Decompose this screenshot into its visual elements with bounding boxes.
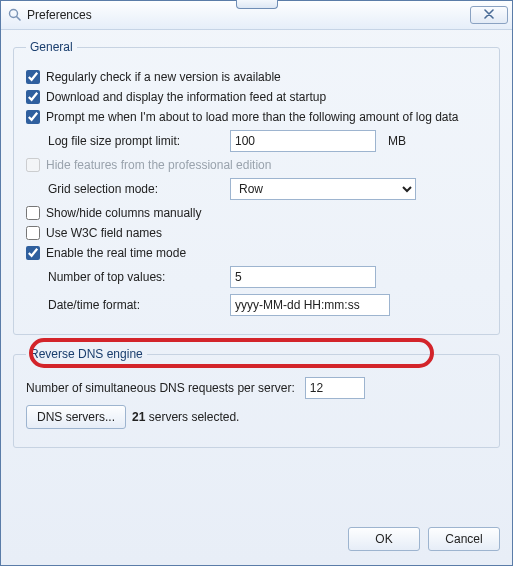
dns-servers-suffix: servers selected. bbox=[145, 410, 239, 424]
use-w3c-text: Use W3C field names bbox=[46, 226, 162, 240]
hide-pro-text: Hide features from the professional edit… bbox=[46, 158, 271, 172]
show-hide-cols-label[interactable]: Show/hide columns manually bbox=[26, 206, 201, 220]
top-values-input[interactable] bbox=[230, 266, 376, 288]
group-dns-legend: Reverse DNS engine bbox=[26, 347, 147, 361]
prompt-load-text: Prompt me when I'm about to load more th… bbox=[46, 110, 459, 124]
grid-mode-label: Grid selection mode: bbox=[48, 182, 224, 196]
svg-line-1 bbox=[17, 17, 21, 21]
close-button[interactable] bbox=[470, 6, 508, 24]
download-feed-text: Download and display the information fee… bbox=[46, 90, 326, 104]
grid-mode-select[interactable]: Row bbox=[230, 178, 416, 200]
download-feed-label[interactable]: Download and display the information fee… bbox=[26, 90, 326, 104]
window-title: Preferences bbox=[27, 8, 92, 22]
datetime-format-input[interactable] bbox=[230, 294, 390, 316]
preferences-window: Preferences General Regularly check if a… bbox=[0, 0, 513, 566]
enable-realtime-text: Enable the real time mode bbox=[46, 246, 186, 260]
datetime-format-label: Date/time format: bbox=[48, 298, 224, 312]
titlebar-grip bbox=[236, 0, 278, 9]
dns-servers-button[interactable]: DNS servers... bbox=[26, 405, 126, 429]
cancel-button[interactable]: Cancel bbox=[428, 527, 500, 551]
dialog-footer: OK Cancel bbox=[1, 523, 512, 565]
log-limit-label: Log file size prompt limit: bbox=[48, 134, 224, 148]
log-limit-input[interactable] bbox=[230, 130, 376, 152]
hide-pro-label: Hide features from the professional edit… bbox=[26, 158, 271, 172]
enable-realtime-label[interactable]: Enable the real time mode bbox=[26, 246, 186, 260]
check-update-checkbox[interactable] bbox=[26, 70, 40, 84]
check-update-label[interactable]: Regularly check if a new version is avai… bbox=[26, 70, 281, 84]
show-hide-cols-checkbox[interactable] bbox=[26, 206, 40, 220]
show-hide-cols-text: Show/hide columns manually bbox=[46, 206, 201, 220]
log-limit-unit: MB bbox=[388, 134, 406, 148]
use-w3c-label[interactable]: Use W3C field names bbox=[26, 226, 162, 240]
group-general: General Regularly check if a new version… bbox=[13, 40, 500, 335]
dns-requests-input[interactable] bbox=[305, 377, 365, 399]
close-icon bbox=[484, 8, 494, 22]
titlebar: Preferences bbox=[1, 1, 512, 30]
download-feed-checkbox[interactable] bbox=[26, 90, 40, 104]
group-dns: Reverse DNS engine Number of simultaneou… bbox=[13, 347, 500, 448]
prompt-load-checkbox[interactable] bbox=[26, 110, 40, 124]
top-values-label: Number of top values: bbox=[48, 270, 224, 284]
use-w3c-checkbox[interactable] bbox=[26, 226, 40, 240]
dns-servers-count: 21 bbox=[132, 410, 145, 424]
dns-requests-label: Number of simultaneous DNS requests per … bbox=[26, 381, 295, 395]
enable-realtime-checkbox[interactable] bbox=[26, 246, 40, 260]
prompt-load-label[interactable]: Prompt me when I'm about to load more th… bbox=[26, 110, 459, 124]
dns-servers-status: 21 servers selected. bbox=[132, 410, 239, 424]
hide-pro-checkbox bbox=[26, 158, 40, 172]
ok-button[interactable]: OK bbox=[348, 527, 420, 551]
search-icon bbox=[7, 7, 23, 23]
group-general-legend: General bbox=[26, 40, 77, 54]
check-update-text: Regularly check if a new version is avai… bbox=[46, 70, 281, 84]
